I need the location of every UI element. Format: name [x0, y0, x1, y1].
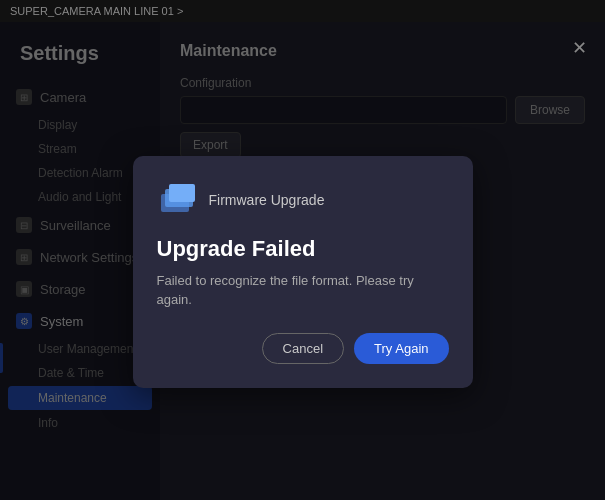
try-again-button[interactable]: Try Again [354, 333, 448, 364]
cancel-button[interactable]: Cancel [262, 333, 344, 364]
close-button[interactable]: ✕ [567, 36, 591, 60]
top-bar: SUPER_CAMERA MAIN LINE 01 > [0, 0, 605, 22]
dialog-header-title: Firmware Upgrade [209, 192, 325, 208]
dialog-buttons: Cancel Try Again [157, 333, 449, 364]
dialog-title: Upgrade Failed [157, 236, 449, 262]
dialog-overlay: Firmware Upgrade Upgrade Failed Failed t… [0, 22, 605, 500]
app-container: Settings ⊞ Camera Display Stream Detecti… [0, 22, 605, 500]
top-bar-text: SUPER_CAMERA MAIN LINE 01 > [10, 5, 183, 17]
svg-rect-2 [169, 184, 195, 202]
dialog-header: Firmware Upgrade [157, 180, 449, 220]
dialog-message: Failed to recognize the file format. Ple… [157, 272, 449, 308]
firmware-upgrade-dialog: Firmware Upgrade Upgrade Failed Failed t… [133, 156, 473, 387]
firmware-icon [157, 180, 197, 220]
